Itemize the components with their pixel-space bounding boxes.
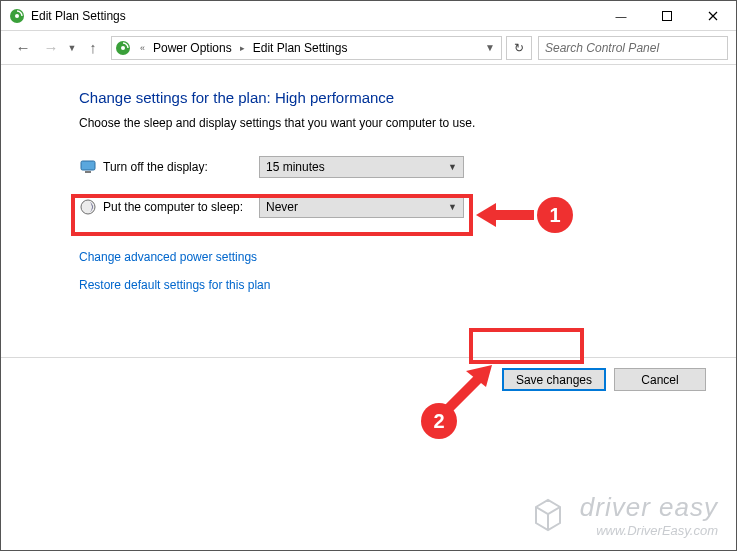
page-title: Change settings for the plan: High perfo… [79,89,736,106]
search-input[interactable] [538,36,728,60]
page-subtitle: Choose the sleep and display settings th… [79,116,736,130]
watermark-brand: driver easy [580,492,718,523]
breadcrumb-edit-plan[interactable]: Edit Plan Settings [249,37,352,59]
sleep-value: Never [266,200,298,214]
maximize-button[interactable] [644,1,690,30]
address-dropdown[interactable]: ▼ [481,42,499,53]
watermark: driver easy www.DriverEasy.com [526,492,718,538]
chevron-down-icon: ▼ [448,202,457,212]
display-dropdown[interactable]: 15 minutes ▼ [259,156,464,178]
svg-rect-2 [663,11,672,20]
restore-defaults-link[interactable]: Restore default settings for this plan [79,278,270,292]
refresh-button[interactable]: ↻ [506,36,532,60]
title-bar: Edit Plan Settings — [1,1,736,31]
address-bar[interactable]: « Power Options ▸ Edit Plan Settings ▼ [111,36,502,60]
display-value: 15 minutes [266,160,325,174]
content-area: Change settings for the plan: High perfo… [1,65,736,357]
window-controls: — [598,1,736,30]
sleep-dropdown[interactable]: Never ▼ [259,196,464,218]
chevron-right-icon[interactable]: ▸ [236,43,249,53]
minimize-button[interactable]: — [598,1,644,30]
power-options-icon [114,39,132,57]
svg-point-7 [81,200,95,214]
setting-row-display: Turn off the display: 15 minutes ▼ [79,154,736,180]
back-button[interactable]: ← [9,35,37,61]
display-label: Turn off the display: [103,160,259,174]
close-button[interactable] [690,1,736,30]
drivereasy-logo-icon [526,493,570,537]
svg-rect-5 [81,161,95,170]
watermark-text: driver easy www.DriverEasy.com [580,492,718,538]
sleep-icon [79,198,97,216]
crumb-sep-icon[interactable]: « [136,43,149,53]
svg-rect-6 [85,171,91,173]
breadcrumb-power-options[interactable]: Power Options [149,37,236,59]
advanced-settings-link[interactable]: Change advanced power settings [79,250,257,264]
save-changes-button[interactable]: Save changes [502,368,606,391]
chevron-down-icon: ▼ [448,162,457,172]
watermark-url: www.DriverEasy.com [580,523,718,538]
setting-row-sleep: Put the computer to sleep: Never ▼ [79,194,736,220]
cancel-button[interactable]: Cancel [614,368,706,391]
button-bar: Save changes Cancel [1,357,736,401]
svg-point-4 [121,46,125,50]
app-icon [9,8,25,24]
window-title: Edit Plan Settings [31,9,598,23]
annotation-badge-2: 2 [421,403,457,439]
svg-point-1 [15,14,19,18]
up-button[interactable]: ↑ [79,35,107,61]
forward-button[interactable]: → [37,35,65,61]
display-icon [79,158,97,176]
sleep-label: Put the computer to sleep: [103,200,259,214]
nav-bar: ← → ▼ ↑ « Power Options ▸ Edit Plan Sett… [1,31,736,65]
history-dropdown[interactable]: ▼ [65,43,79,53]
